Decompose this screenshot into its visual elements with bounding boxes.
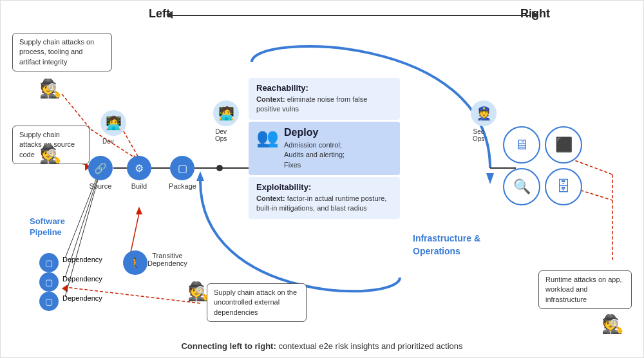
reachability-title: Reachability: (256, 83, 392, 93)
exploitability-content: Context: factor-in actual runtime postur… (256, 194, 392, 214)
header-arrow-line (171, 15, 531, 16)
source-label: Source (88, 182, 113, 190)
attacker-source-code: 🕵️ (39, 144, 62, 165)
header-arrow-left (166, 11, 173, 19)
dep-label-2: Dependency (62, 275, 102, 283)
svg-line-23 (65, 168, 100, 258)
infra-label: Infrastructure & Operations (413, 232, 480, 258)
build-label: Build (127, 182, 151, 190)
transitive-dep-node: 🚶 (123, 250, 147, 275)
callout-bottom-mid: Supply chain attack on the uncontrolled … (207, 283, 307, 322)
secops-avatar: 👮 (471, 100, 497, 126)
dep-node-1: ▢ (39, 253, 59, 272)
infra-chip-icon: 🖥 (503, 126, 540, 164)
build-node: ⚙ (127, 156, 151, 180)
software-pipeline-label: Software Pipeline (30, 216, 65, 238)
dep-label-1: Dependency (62, 256, 102, 263)
transitive-dep-label: Transitive Dependency (147, 252, 187, 267)
diagram-container: Left Right Supply chain attacks on proce… (0, 0, 644, 358)
deploy-section: 👥 Deploy Admission control; Audits and a… (249, 122, 400, 175)
dep-node-3: ▢ (39, 292, 59, 311)
svg-marker-22 (136, 207, 142, 214)
callout-bottom-right: Runtime attacks on app, workload and inf… (538, 270, 632, 309)
deploy-icon: 👥 (256, 127, 279, 148)
package-node: ▢ (170, 156, 194, 180)
reachability-section: Reachability: Context: eliminate noise f… (249, 78, 400, 120)
svg-marker-0 (486, 173, 494, 184)
callout-top-left: Supply chain attacks on process, tooling… (12, 33, 112, 71)
dev-label: Dev (102, 138, 114, 145)
svg-marker-1 (196, 171, 204, 181)
header-arrow-right (532, 11, 538, 19)
dep-node-2: ▢ (39, 272, 59, 292)
secops-label: Sec Ops (473, 128, 484, 142)
dev-avatar: 👩‍💻 (100, 110, 126, 136)
package-label: Package (165, 182, 200, 190)
source-node: 🔗 (88, 156, 113, 180)
dep-label-3: Dependency (62, 294, 102, 302)
deploy-content: Admission control; Audits and alerting; … (284, 140, 345, 170)
svg-point-6 (216, 165, 223, 171)
infra-container-icon: ⬛ (545, 126, 582, 164)
center-panel: Reachability: Context: eliminate noise f… (249, 78, 400, 220)
attacker-top-process: 🕵️ (39, 78, 62, 99)
deploy-title: Deploy (284, 127, 345, 138)
infra-search-icon: 🔍 (503, 168, 540, 205)
exploitability-title: Exploitability: (256, 182, 392, 192)
attacker-bottom-right: 🕵️ (601, 314, 624, 335)
devops-label: Dev Ops (215, 128, 227, 142)
infra-database-icon: 🗄 (545, 168, 582, 205)
svg-line-9 (62, 94, 91, 129)
reachability-content: Context: eliminate noise from false posi… (256, 95, 392, 115)
svg-marker-20 (62, 285, 68, 292)
devops-avatar: 🧑‍💻 (213, 100, 239, 126)
bottom-text: Connecting left to right: contextual e2e… (1, 341, 643, 351)
exploitability-section: Exploitability: Context: factor-in actua… (249, 177, 400, 219)
